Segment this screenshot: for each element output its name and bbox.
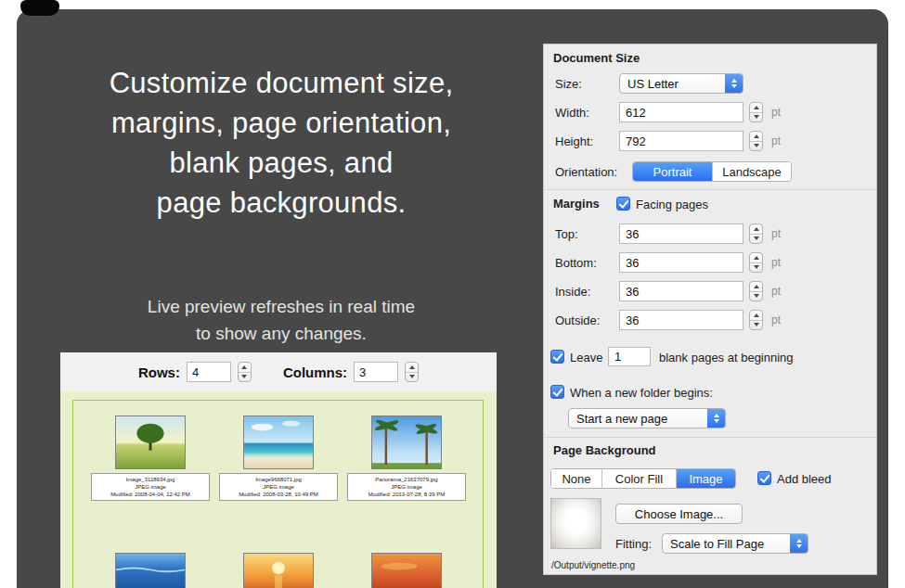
hero-subtitle-line: Live preview refreshes in real time (45, 293, 518, 320)
stepper-up-button[interactable] (239, 363, 251, 372)
chevron-up-icon (754, 106, 759, 109)
margin-outside-unit: pt (771, 313, 781, 326)
stepper-down-button[interactable] (750, 291, 762, 301)
add-bleed-checkbox[interactable] (757, 471, 771, 485)
background-color-fill-segment[interactable]: Color Fill (601, 469, 676, 488)
rows-input[interactable] (187, 362, 231, 382)
caption-kind: JPEG image (222, 483, 335, 491)
stepper-down-button[interactable] (239, 372, 251, 382)
rows-label: Rows: (138, 364, 180, 380)
height-input[interactable] (619, 131, 743, 151)
chevron-down-icon (241, 375, 247, 378)
stepper-up-button[interactable] (750, 132, 762, 141)
chevron-down-icon (754, 294, 759, 298)
popup-arrows-icon (707, 409, 725, 428)
caption-filename: Image_3118934.jpg (94, 476, 207, 483)
size-popup[interactable]: US Letter (619, 73, 743, 94)
stepper-down-button[interactable] (750, 262, 762, 273)
blank-pages-count-input[interactable] (608, 347, 651, 366)
thumbnail-cell: Panorama_21637079.jpg JPEG image Modifie… (343, 415, 471, 501)
stepper-up-button[interactable] (750, 103, 762, 112)
rows-stepper[interactable] (238, 362, 252, 382)
margin-inside-input[interactable] (619, 281, 743, 301)
chevron-up-icon (754, 285, 759, 288)
stepper-up-button[interactable] (750, 253, 762, 262)
chevron-down-icon (731, 84, 737, 88)
stepper-down-button[interactable] (750, 320, 762, 330)
orientation-landscape-segment[interactable]: Landscape (712, 162, 791, 181)
margin-outside-label: Outside: (555, 313, 600, 327)
chevron-up-icon (409, 365, 415, 369)
caption-modified: Modified: 2008-03-28, 10:49 PM (222, 491, 335, 498)
chevron-up-icon (731, 79, 737, 83)
chevron-up-icon (714, 414, 719, 417)
orientation-portrait-segment[interactable]: Portrait (633, 162, 712, 181)
stepper-down-button[interactable] (406, 372, 418, 382)
margin-bottom-label: Bottom: (555, 256, 597, 270)
background-none-segment[interactable]: None (551, 469, 601, 488)
chevron-down-icon (754, 265, 759, 269)
chevron-up-icon (754, 134, 759, 138)
margin-bottom-stepper[interactable] (749, 252, 763, 273)
stepper-up-button[interactable] (750, 311, 762, 320)
background-segmented-control: None Color Fill Image (550, 468, 736, 489)
width-label: Width: (555, 106, 589, 120)
hero-title-line: Customize document size, (45, 63, 518, 103)
chevron-up-icon (754, 227, 759, 231)
columns-label: Columns: (283, 364, 347, 380)
bezel-corner-decoration (20, 0, 59, 16)
contact-sheet-page: Image_3118934.jpg JPEG image Modified: 2… (60, 391, 497, 588)
width-stepper[interactable] (749, 102, 763, 122)
columns-stepper[interactable] (405, 362, 419, 382)
facing-pages-checkbox[interactable] (616, 197, 630, 211)
stepper-down-button[interactable] (750, 234, 762, 244)
popup-arrows-icon (790, 534, 808, 553)
columns-control-group: Columns: (283, 362, 419, 382)
margin-outside-input[interactable] (619, 310, 743, 330)
fitting-popup[interactable]: Scale to Fill Page (662, 533, 808, 554)
chevron-up-icon (754, 313, 759, 317)
margin-inside-stepper[interactable] (749, 281, 763, 301)
leave-blank-pages-checkbox[interactable] (550, 350, 564, 364)
hero-subtitle-line: to show any changes. (45, 320, 518, 347)
stepper-up-button[interactable] (406, 363, 418, 372)
margin-top-stepper[interactable] (749, 224, 763, 244)
new-folder-action-popup[interactable]: Start a new page (568, 408, 726, 428)
screenshot-canvas: Customize document size, margins, page o… (0, 0, 905, 588)
background-image-path: /Output/vignette.png (551, 560, 635, 570)
caption-modified: Modified: 2013-07-28, 8:39 PM (350, 491, 463, 498)
new-folder-label: When a new folder begins: (570, 386, 713, 400)
thumbnail-cell (343, 553, 471, 588)
orientation-label: Orientation: (555, 165, 617, 179)
thumbnail-row: Image_3118934.jpg JPEG image Modified: 2… (60, 415, 497, 501)
thumbnail-cell: Image_3118934.jpg JPEG image Modified: 2… (86, 415, 214, 501)
stepper-down-button[interactable] (750, 141, 762, 151)
hero-title: Customize document size, margins, page o… (45, 63, 518, 223)
margin-top-unit: pt (771, 227, 781, 240)
choose-image-button[interactable]: Choose Image... (615, 504, 743, 524)
leave-suffix-label: blank pages at beginning (659, 351, 794, 364)
page-background-header: Page Background (553, 443, 656, 457)
hero-title-line: blank pages, and (45, 143, 518, 183)
hero-title-line: page backgrounds. (45, 183, 518, 223)
margins-header: Margins (553, 197, 600, 211)
stepper-down-button[interactable] (750, 112, 762, 122)
height-unit: pt (771, 134, 781, 147)
width-input[interactable] (619, 102, 743, 122)
columns-input[interactable] (354, 362, 398, 382)
chevron-down-icon (754, 236, 759, 240)
margin-outside-stepper[interactable] (749, 310, 763, 330)
chevron-down-icon (754, 144, 759, 147)
new-folder-action-value: Start a new page (569, 409, 707, 428)
fitting-label: Fitting: (615, 537, 652, 551)
background-image-segment[interactable]: Image (676, 469, 735, 488)
separator (544, 437, 876, 438)
height-stepper[interactable] (749, 131, 763, 151)
stepper-up-button[interactable] (750, 224, 762, 234)
stepper-up-button[interactable] (750, 282, 762, 291)
thumbnail-caption: Panorama_21637079.jpg JPEG image Modifie… (347, 473, 466, 501)
margin-bottom-input[interactable] (619, 252, 743, 273)
margin-top-input[interactable] (619, 224, 743, 244)
new-folder-checkbox[interactable] (550, 385, 564, 399)
caption-modified: Modified: 2008-04-04, 12:42 PM (94, 491, 207, 498)
